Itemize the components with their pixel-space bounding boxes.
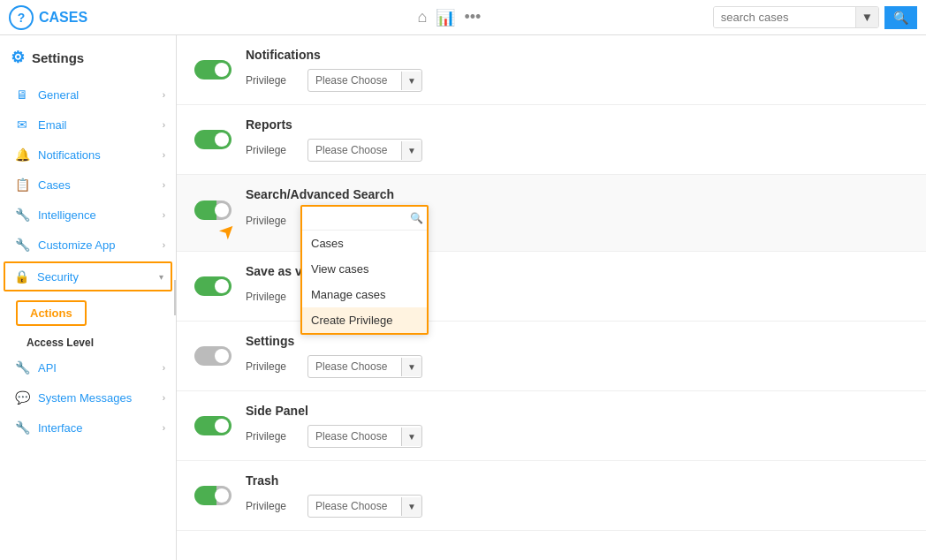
sidebar-label-intelligence: Intelligence [38, 208, 163, 222]
actions-button[interactable]: Actions [16, 300, 87, 326]
sidebar-label-email: Email [38, 118, 163, 132]
feature-name-trash: Trash [246, 473, 908, 488]
search-input[interactable] [714, 7, 855, 27]
feature-row-notifications: Notifications Privilege Please Choose ▼ [177, 35, 926, 105]
feature-row-side-panel: Side Panel Privilege Please Choose ▼ [177, 391, 926, 461]
access-level-label: Access Level [0, 333, 176, 352]
feature-content-reports: Reports Privilege Please Choose ▼ [246, 117, 908, 162]
sidebar-label-interface: Interface [38, 421, 163, 435]
sidebar-item-intelligence[interactable]: 🔧 Intelligence › [0, 200, 176, 230]
privilege-label-notifications: Privilege [246, 74, 299, 87]
privilege-select-reports[interactable]: Please Choose ▼ [307, 139, 422, 162]
interface-icon: 🔧 [13, 420, 31, 435]
privilege-row-reports: Privilege Please Choose ▼ [246, 139, 908, 162]
chevron-email: › [163, 120, 165, 130]
chevron-security: ▾ [159, 272, 163, 282]
sidebar-item-cases[interactable]: 📋 Cases › [0, 170, 176, 200]
sidebar-label-customize: Customize App [38, 238, 163, 252]
search-wrapper: ▼ [713, 6, 879, 28]
home-icon[interactable]: ⌂ [418, 8, 428, 26]
select-arrow-reports: ▼ [401, 141, 421, 160]
dropdown-search-row: 🔍 [302, 207, 427, 231]
privilege-label-side-panel: Privilege [246, 430, 299, 443]
feature-row-search: ➤ Search/Advanced Search Privilege Pleas… [177, 175, 926, 252]
feature-name-notifications: Notifications [246, 48, 908, 62]
main-content: Notifications Privilege Please Choose ▼ … [177, 35, 926, 560]
dropdown-item-create-privilege[interactable]: Create Privilege [302, 307, 427, 333]
privilege-row-side-panel: Privilege Please Choose ▼ [246, 425, 908, 448]
privilege-row-settings: Privilege Please Choose ▼ [246, 355, 908, 378]
privilege-label-save-as-view: Privilege [246, 291, 299, 303]
privilege-label-settings: Privilege [246, 360, 299, 373]
actions-label: Actions [30, 306, 72, 320]
privilege-label-reports: Privilege [246, 144, 299, 156]
privilege-label-search: Privilege [246, 215, 299, 227]
sidebar-item-security[interactable]: 🔒 Security ▾ [4, 261, 172, 291]
chevron-customize: › [163, 240, 165, 250]
select-arrow-trash: ▼ [401, 497, 421, 516]
header-center: ⌂ 📊 ••• [186, 8, 713, 27]
select-text-trash: Please Choose [308, 496, 401, 517]
sidebar-item-customize[interactable]: 🔧 Customize App › [0, 230, 176, 260]
chevron-intelligence: › [163, 210, 165, 220]
sidebar-item-system-messages[interactable]: 💬 System Messages › [0, 382, 176, 412]
chevron-interface: › [163, 423, 165, 433]
sidebar-item-general[interactable]: 🖥 General › [0, 79, 176, 110]
privilege-select-trash[interactable]: Please Choose ▼ [307, 495, 422, 518]
feature-content-search: Search/Advanced Search Privilege Please … [246, 187, 908, 233]
sidebar-item-interface[interactable]: 🔧 Interface › [0, 412, 176, 443]
dropdown-menu-search: 🔍 Cases View cases Manage cases Create P… [300, 205, 429, 335]
app-header: ? CASES ⌂ 📊 ••• ▼ 🔍 [0, 0, 926, 35]
toggle-trash[interactable] [194, 486, 231, 505]
search-dropdown-btn[interactable]: ▼ [855, 7, 878, 27]
privilege-select-notifications[interactable]: Please Choose ▼ [307, 69, 422, 92]
privilege-row-trash: Privilege Please Choose ▼ [246, 495, 908, 518]
select-arrow-side-panel: ▼ [401, 428, 421, 446]
privilege-label-trash: Privilege [246, 500, 299, 512]
customize-icon: 🔧 [13, 238, 31, 252]
header-right: ▼ 🔍 [713, 6, 917, 29]
arrow-indicator: ➤ [213, 217, 240, 245]
select-arrow-notifications: ▼ [401, 72, 421, 90]
select-text-notifications: Please Choose [308, 70, 401, 91]
sidebar-item-notifications[interactable]: 🔔 Notifications › [0, 140, 176, 170]
toggle-side-panel[interactable] [194, 416, 231, 435]
chart-icon[interactable]: 📊 [436, 8, 455, 27]
privilege-select-settings[interactable]: Please Choose ▼ [307, 355, 422, 378]
feature-row-trash: Trash Privilege Please Choose ▼ [177, 461, 926, 531]
sidebar-item-email[interactable]: ✉ Email › [0, 110, 176, 140]
toggle-settings[interactable]: .toggle-off::after { left: 3px; right: a… [194, 346, 231, 366]
app-name: CASES [39, 10, 87, 26]
feature-name-settings: Settings [246, 334, 908, 348]
gear-icon: ⚙ [11, 48, 25, 67]
dropdown-search-input[interactable] [306, 210, 410, 226]
sidebar-label-api: API [38, 361, 163, 375]
feature-row-reports: Reports Privilege Please Choose ▼ [177, 105, 926, 175]
toggle-search[interactable] [194, 201, 231, 220]
toggle-notifications[interactable] [194, 60, 231, 79]
feature-content-side-panel: Side Panel Privilege Please Choose ▼ [246, 404, 908, 448]
privilege-select-side-panel[interactable]: Please Choose ▼ [307, 425, 422, 448]
api-icon: 🔧 [13, 360, 31, 375]
sidebar-label-system-messages: System Messages [38, 391, 163, 405]
toggle-reports[interactable] [194, 130, 231, 149]
dropdown-item-cases[interactable]: Cases [302, 231, 427, 256]
toggle-save-as-view[interactable] [194, 276, 231, 296]
select-text-reports: Please Choose [308, 140, 401, 161]
dropdown-item-view-cases[interactable]: View cases [302, 256, 427, 282]
dropdown-search-icon: 🔍 [410, 212, 423, 224]
search-go-button[interactable]: 🔍 [884, 6, 917, 29]
select-text-side-panel: Please Choose [308, 426, 401, 447]
feature-row-settings: .toggle-off::after { left: 3px; right: a… [177, 322, 926, 391]
more-icon[interactable]: ••• [464, 8, 481, 26]
chevron-api: › [163, 363, 165, 373]
notifications-icon: 🔔 [13, 148, 31, 162]
dropdown-item-manage-cases[interactable]: Manage cases [302, 282, 427, 307]
chevron-general: › [163, 90, 165, 100]
feature-name-side-panel: Side Panel [246, 404, 908, 418]
chevron-cases: › [163, 180, 165, 190]
feature-name-search: Search/Advanced Search [246, 187, 908, 201]
feature-content-settings: Settings Privilege Please Choose ▼ [246, 334, 908, 378]
chevron-system-messages: › [163, 393, 165, 403]
sidebar-item-api[interactable]: 🔧 API › [0, 352, 176, 382]
